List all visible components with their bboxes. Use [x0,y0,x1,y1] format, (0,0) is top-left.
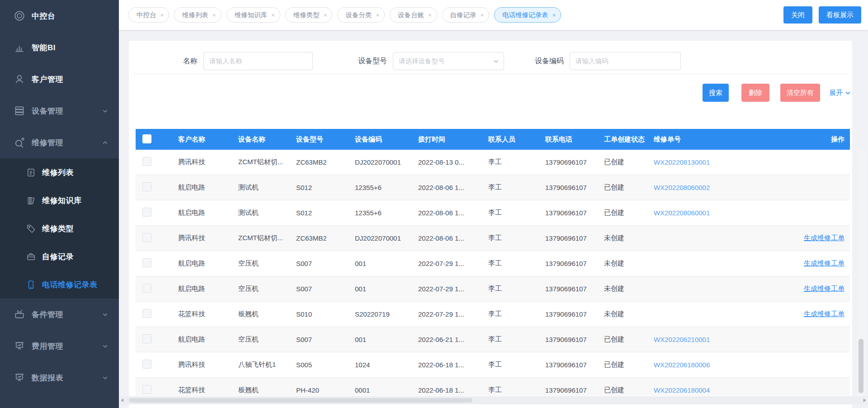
sidebar: 中控台 智能BI 客户管理 设备管理 维修管理 [0,0,119,408]
device-code-input[interactable] [570,52,680,70]
cell-order-status: 未创建 [604,285,654,293]
tab-bar: 中控台 × 维修列表 × 维修知识库 × 维修类型 × 设备分类 × 设备台账 … [119,0,868,30]
close-icon[interactable]: × [212,12,216,18]
close-icon[interactable]: × [160,12,164,18]
close-icon[interactable]: × [552,12,556,18]
vertical-scrollbar-thumb[interactable] [859,339,863,393]
tab[interactable]: 维修类型 × [285,7,333,23]
tab[interactable]: 自修记录 × [442,7,490,23]
close-icon[interactable]: × [271,12,275,18]
column-header: 客户名称 [178,135,238,144]
row-checkbox[interactable] [142,334,151,343]
cell-call-time: 2022-08-13 0... [418,158,488,166]
sidebar-item-bi[interactable]: 智能BI [0,32,119,63]
briefcase-icon [26,251,36,262]
cell-call-time: 2022-07-29 1... [418,310,488,318]
generate-order-link[interactable]: 生成维修工单 [804,285,844,292]
delete-button[interactable]: 删除 [741,84,769,102]
tab-label: 维修列表 [182,11,208,19]
sidebar-item-repair-mgmt[interactable]: 维修管理 [0,127,119,158]
device-model-select[interactable]: 请选择设备型号 [393,52,504,70]
tab[interactable]: 电话维修记录表 × [494,7,561,23]
cell-call-time: 2022-06-18 1... [418,361,488,369]
generate-order-link[interactable]: 生成维修工单 [804,310,844,318]
repair-order-link[interactable]: WX202208060001 [654,209,710,217]
row-checkbox[interactable] [142,309,151,318]
row-checkbox[interactable] [142,157,151,166]
horizontal-scrollbar[interactable] [119,396,868,404]
sidebar-item-repair-type[interactable]: 维修类型 [0,214,119,242]
repair-order-link[interactable]: WX202206210001 [654,336,710,343]
cell-customer: 花篮科技 [178,386,238,394]
row-checkbox[interactable] [142,233,151,242]
sidebar-item-repair-knowledge[interactable]: 维修知识库 [0,186,119,214]
tab-label: 电话维修记录表 [502,11,548,19]
sidebar-item-phone-repair-records[interactable]: 电话维修记录表 [0,270,119,299]
sidebar-item-system-settings[interactable]: 系统设置 [0,399,119,408]
sidebar-item-label: 自修记录 [42,251,74,262]
column-header: 设备名称 [238,135,296,144]
repair-order-link[interactable]: WX202206180004 [654,386,710,394]
cell-phone: 13790696107 [545,285,604,293]
sidebar-item-spare-parts[interactable]: 备件管理 [0,299,119,330]
cell-phone: 13790696107 [545,336,604,343]
tab[interactable]: 中控台 × [128,7,169,23]
close-icon[interactable]: × [376,12,379,18]
search-button[interactable]: 搜索 [703,84,729,102]
close-icon[interactable]: × [324,12,327,18]
expand-label: 展开 [829,89,843,97]
tab-list: 中控台 × 维修列表 × 维修知识库 × 维修类型 × 设备分类 × 设备台账 … [119,7,783,23]
close-icon[interactable]: × [481,12,484,18]
tab[interactable]: 维修知识库 × [226,7,280,23]
column-header: 操作 [767,135,850,144]
cell-device-code: 12355+6 [355,209,418,217]
row-checkbox[interactable] [142,360,151,369]
cell-device-model: S007 [296,260,355,267]
sidebar-item-data-reports[interactable]: 数据报表 [0,362,119,394]
sidebar-item-customers[interactable]: 客户管理 [0,63,119,95]
table-row: 航启电路 空压机 S007 001 2022-06-21 1... 李工 137… [136,327,850,352]
cell-device-code: 12355+6 [355,184,418,191]
records-table: 客户名称 设备名称 设备型号 设备编码 拨打时间 联系人员 联系电话 工单创建状… [136,129,850,396]
sidebar-item-device-mgmt[interactable]: 设备管理 [0,95,119,127]
generate-order-link[interactable]: 生成维修工单 [804,259,844,267]
repair-order-link[interactable]: WX202206180006 [654,361,710,369]
sidebar-item-self-repair-records[interactable]: 自修记录 [0,242,119,270]
name-input[interactable] [204,52,312,70]
cell-device-name: 空压机 [238,335,296,344]
select-placeholder: 请选择设备型号 [399,57,445,66]
row-checkbox[interactable] [142,182,151,191]
sidebar-item-console[interactable]: 中控台 [0,0,119,32]
cell-contact: 李工 [488,335,545,344]
sidebar-item-fee-mgmt[interactable]: 费用管理 [0,330,119,362]
repair-order-link[interactable]: WX202208060002 [654,184,710,191]
scroll-left-arrow-icon[interactable] [121,399,123,402]
row-checkbox[interactable] [142,208,151,217]
row-checkbox[interactable] [142,385,151,394]
clear-all-button[interactable]: 清空所有 [780,84,820,102]
tag-icon [26,223,36,234]
cell-device-model: S010 [296,310,355,318]
tab[interactable]: 设备台账 × [390,7,437,23]
close-icon[interactable]: × [428,12,432,18]
tab[interactable]: 维修列表 × [174,7,222,23]
device-model-label: 设备型号 [358,57,387,66]
horizontal-scrollbar-thumb[interactable] [129,398,472,403]
close-button[interactable]: 关闭 [783,6,812,24]
main-panel: 名称 设备型号 请选择设备型号 设备编码 搜索 删除 [129,41,852,408]
repair-order-link[interactable]: WX202208130001 [654,158,710,166]
row-checkbox[interactable] [142,258,151,267]
cell-contact: 李工 [488,158,545,166]
cell-order-status: 已创建 [604,386,654,394]
vertical-scrollbar[interactable] [857,150,865,396]
generate-order-link[interactable]: 生成维修工单 [804,234,844,242]
board-display-button[interactable]: 看板展示 [819,6,861,24]
row-checkbox[interactable] [142,284,151,293]
expand-toggle[interactable]: 展开 [829,89,851,97]
cell-device-name: 空压机 [238,285,296,293]
cell-phone: 13790696107 [545,184,604,191]
scroll-right-arrow-icon[interactable] [863,399,866,402]
select-all-checkbox[interactable] [142,134,151,143]
tab[interactable]: 设备分类 × [337,7,385,23]
sidebar-item-repair-list[interactable]: 维修列表 [0,158,119,186]
